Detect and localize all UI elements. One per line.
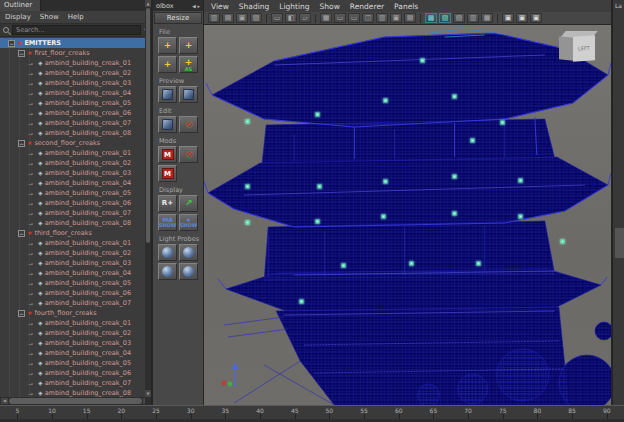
safe-title-icon[interactable]: ▤ [404,13,416,23]
outliner-item-row[interactable]: →◈ambind_building_creak_06 [0,198,151,208]
timeline-tick[interactable]: 55 [347,406,382,422]
outliner-item-row[interactable]: →◈ambind_building_creak_08 [0,218,151,228]
outliner-item-row[interactable]: →◈ambind_building_creak_02 [0,328,151,338]
scrollbar-thumb[interactable] [9,398,142,404]
file-import-button[interactable]: + [158,37,177,54]
grid-icon[interactable]: ▦ [320,13,332,23]
outliner-item-row[interactable]: →◈ambind_building_creak_03 [0,78,151,88]
outliner-menu-help[interactable]: Help [68,13,84,21]
outliner-item-row[interactable]: →◈ambind_building_creak_01 [0,58,151,68]
timeline-tick[interactable]: 10 [35,406,70,422]
viewport-menu-show[interactable]: Show [320,2,340,11]
outliner-item-row[interactable]: →◈ambind_building_creak_05 [0,278,151,288]
scroll-down-icon[interactable]: ▼ [145,390,151,397]
field-chart-icon[interactable]: ▥ [376,13,388,23]
display-arrow-button[interactable]: ↗ [179,195,198,212]
edit-remove-button[interactable]: ⊘ [179,116,198,133]
timeline-tick[interactable]: 45 [277,406,312,422]
resize-button[interactable]: Resize [154,12,202,24]
outliner-horizontal-scrollbar[interactable]: ◀ ▶ [0,397,151,405]
timeline-tick[interactable]: 85 [555,406,590,422]
timeline-tick[interactable]: 80 [520,406,555,422]
bookmark-icon[interactable]: ▧ [250,13,262,23]
scrollbar-thumb[interactable] [146,8,150,243]
timeline-tick[interactable]: 30 [173,406,208,422]
outliner-item-row[interactable]: →◈ambind_building_creak_08 [0,128,151,138]
outliner-item-row[interactable]: →◈ambind_building_creak_01 [0,238,151,248]
expander-icon[interactable]: − [18,140,25,147]
outliner-item-row[interactable]: →◈ambind_building_creak_06 [0,288,151,298]
viewport-menu-shading[interactable]: Shading [239,2,269,11]
view-cube-left-face[interactable]: LEFT [573,35,595,62]
shaded-mode-icon[interactable]: ▨ [439,13,451,23]
expander-icon[interactable]: − [18,230,25,237]
film-gate-icon[interactable]: ▭ [334,13,346,23]
outliner-group-row[interactable]: −★second_floor_creaks [0,138,151,148]
viewport-menu-panels[interactable]: Panels [394,2,418,11]
outliner-item-row[interactable]: →◈ambind_building_creak_01 [0,148,151,158]
expander-icon[interactable]: − [8,40,15,47]
mods-m-button[interactable]: M [158,146,177,163]
outliner-item-row[interactable]: →◈ambind_building_creak_04 [0,178,151,188]
outliner-item-row[interactable]: →◈ambind_building_creak_02 [0,158,151,168]
outliner-item-row[interactable]: →◈ambind_building_creak_03 [0,338,151,348]
outliner-item-row[interactable]: →◈ambind_building_creak_07 [0,118,151,128]
resolution-gate-icon[interactable]: ▭ [348,13,360,23]
outliner-item-row[interactable]: →◈ambind_building_creak_01 [0,318,151,328]
outliner-item-row[interactable]: →◈ambind_building_creak_05 [0,358,151,368]
display-ma-show-button[interactable]: MASHOW [158,214,177,231]
outliner-vertical-scrollbar[interactable]: ▲ ▼ [145,0,151,405]
image-plane-icon[interactable]: ▭ [271,13,283,23]
outliner-group-row[interactable]: −★EMITTERS [0,38,151,48]
outliner-item-row[interactable]: →◈ambind_building_creak_06 [0,108,151,118]
textured-mode-icon[interactable]: ▧ [453,13,465,23]
use-lights-icon[interactable]: ▥ [467,13,479,23]
outliner-item-row[interactable]: →◈ambind_building_creak_06 [0,368,151,378]
outliner-item-row[interactable]: →◈ambind_building_creak_03 [0,258,151,268]
timeline-tick[interactable]: 75 [485,406,520,422]
outliner-item-row[interactable]: →◈ambind_building_creak_08 [0,388,151,397]
file-import-as-button[interactable]: +AS [179,56,198,73]
timeline-tick[interactable]: 40 [243,406,278,422]
lock-camera-icon[interactable]: ▤ [222,13,234,23]
timeline-tick[interactable]: 25 [139,406,174,422]
timeline-tick[interactable]: 65 [416,406,451,422]
viewport-menu-view[interactable]: View [211,2,229,11]
timeline-tick[interactable]: 50 [312,406,347,422]
timeline-tick[interactable]: 70 [451,406,486,422]
outliner-group-row[interactable]: −★fourth_floor_creaks [0,308,151,318]
file-export-button[interactable]: + [158,56,177,73]
timeline-tick[interactable]: 15 [69,406,104,422]
edit-mesh-button[interactable] [158,116,177,133]
exposure-icon[interactable]: ▣ [530,13,542,23]
select-camera-icon[interactable]: ▥ [208,13,220,23]
outliner-item-row[interactable]: →◈ambind_building_creak_05 [0,188,151,198]
outliner-item-row[interactable]: →◈ambind_building_creak_05 [0,98,151,108]
outliner-item-row[interactable]: →◈ambind_building_creak_02 [0,248,151,258]
outliner-group-row[interactable]: −★first_floor_creaks [0,48,151,58]
timeline-tick[interactable]: 60 [381,406,416,422]
outliner-item-row[interactable]: →◈ambind_building_creak_07 [0,298,151,308]
viewport-canvas[interactable]: LEFT [204,25,611,405]
mods-disable-time-button[interactable]: ⊘ [179,146,198,163]
shadows-icon[interactable]: ▦ [481,13,493,23]
isolate-select-icon[interactable]: ▣ [502,13,514,23]
panel-strip-thumb[interactable] [615,228,624,258]
file-import-folder-button[interactable]: + [179,37,198,54]
outliner-item-row[interactable]: →◈ambind_building_creak_04 [0,88,151,98]
outliner-item-row[interactable]: →◈ambind_building_creak_04 [0,348,151,358]
scroll-up-icon[interactable]: ▲ [145,0,151,7]
xray-icon[interactable]: ▣ [516,13,528,23]
outliner-item-row[interactable]: →◈ambind_building_creak_07 [0,378,151,388]
view-cube[interactable]: LEFT [559,31,599,67]
light-probe-4-button[interactable] [179,263,198,280]
layers-panel-strip[interactable]: La [611,0,624,405]
timeline-tick[interactable]: 5 [0,406,35,422]
gate-mask-icon[interactable]: ◫ [362,13,374,23]
scroll-left-icon[interactable]: ◀ [1,398,8,404]
outliner-item-row[interactable]: →◈ambind_building_creak_02 [0,68,151,78]
outliner-item-row[interactable]: →◈ambind_building_creak_07 [0,208,151,218]
grease-pencil-icon[interactable]: ▱ [299,13,311,23]
viewport-menu-renderer[interactable]: Renderer [350,2,384,11]
outliner-item-row[interactable]: →◈ambind_building_creak_04 [0,268,151,278]
